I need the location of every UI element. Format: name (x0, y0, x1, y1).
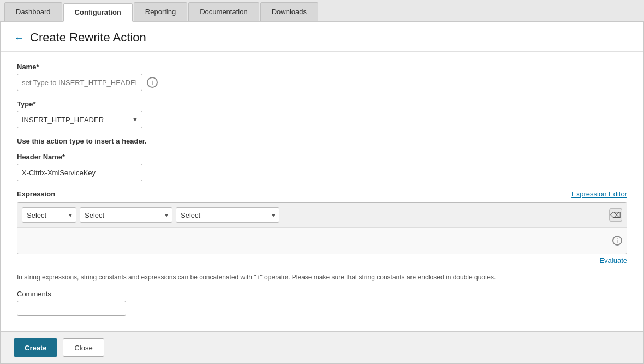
clear-expression-button[interactable]: ⌫ (609, 208, 622, 222)
expr-select-wrapper-3: Select ▼ (172, 207, 279, 223)
expression-label: Expression (17, 190, 55, 198)
evaluate-link[interactable]: Evaluate (599, 256, 627, 265)
footer-bar: Create Close (1, 331, 643, 363)
expr-select-2[interactable]: Select (80, 207, 172, 223)
comments-group: Comments (17, 290, 627, 316)
type-label: Type* (17, 100, 627, 108)
page-title: Create Rewrite Action (30, 31, 146, 45)
create-button[interactable]: Create (14, 338, 57, 357)
tab-configuration[interactable]: Configuration (63, 3, 133, 22)
expression-box: Select ▼ Select ▼ Select ▼ (17, 202, 627, 254)
expression-selects-row: Select ▼ Select ▼ Select ▼ (17, 203, 627, 228)
comments-label: Comments (17, 290, 627, 298)
page-header: ← Create Rewrite Action (1, 22, 643, 52)
hint-text: In string expressions, string constants … (17, 273, 627, 281)
comments-input[interactable] (17, 301, 126, 316)
expression-group: Expression Expression Editor Select ▼ Se… (17, 190, 627, 265)
header-name-label: Header Name* (17, 153, 627, 161)
expression-header: Expression Expression Editor (17, 190, 627, 198)
tab-downloads[interactable]: Downloads (260, 2, 318, 21)
expression-info-icon[interactable]: i (612, 236, 622, 246)
expression-editor-link[interactable]: Expression Editor (571, 190, 627, 198)
close-button[interactable]: Close (63, 338, 104, 357)
name-info-icon[interactable]: i (147, 77, 158, 88)
tab-documentation[interactable]: Documentation (188, 2, 259, 21)
name-group: Name* i (17, 63, 627, 91)
expr-select-1[interactable]: Select (22, 207, 76, 223)
name-label: Name* (17, 63, 627, 71)
type-group: Type* INSERT_HTTP_HEADER ▼ (17, 100, 627, 128)
expr-select-3[interactable]: Select (176, 207, 279, 223)
name-input[interactable] (17, 74, 142, 91)
action-type-description: Use this action type to insert a header. (17, 137, 627, 145)
form-area: Name* i Type* INSERT_HTTP_HEADER ▼ Use t… (1, 52, 643, 331)
type-select-wrapper: INSERT_HTTP_HEADER ▼ (17, 111, 142, 128)
back-button[interactable]: ← (14, 32, 25, 44)
expr-select-wrapper-2: Select ▼ (76, 207, 172, 223)
header-name-input[interactable] (17, 164, 142, 181)
tab-dashboard[interactable]: Dashboard (4, 2, 62, 21)
name-row: i (17, 74, 627, 91)
tab-reporting[interactable]: Reporting (134, 2, 187, 21)
top-navigation: Dashboard Configuration Reporting Docume… (0, 0, 644, 22)
main-content: ← Create Rewrite Action Name* i Type* IN… (0, 22, 644, 364)
header-name-group: Header Name* (17, 153, 627, 181)
evaluate-link-container: Evaluate (17, 256, 627, 265)
expression-text-area: i (17, 228, 627, 254)
expr-select-wrapper-1: Select ▼ (22, 207, 76, 223)
expression-placeholder-text (22, 232, 108, 240)
type-select[interactable]: INSERT_HTTP_HEADER (17, 111, 142, 128)
